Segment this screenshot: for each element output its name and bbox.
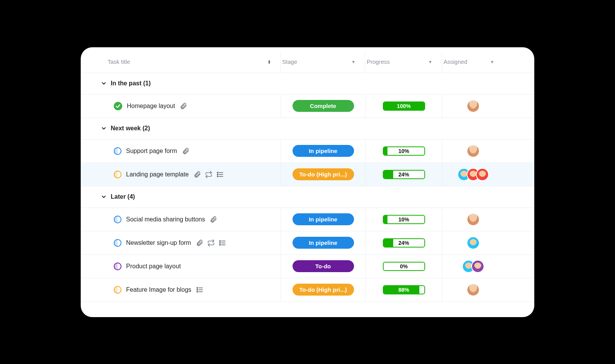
subtasks-icon: [219, 239, 226, 247]
assignee-avatars[interactable]: [467, 145, 480, 158]
column-header-stage[interactable]: Stage ▼: [281, 51, 365, 73]
avatar[interactable]: [471, 260, 484, 273]
group-header[interactable]: Later (4): [81, 186, 534, 208]
avatar[interactable]: [467, 100, 480, 113]
task-title: Newsletter sign-up form: [126, 239, 191, 246]
task-meta-icons: [196, 286, 204, 294]
caret-down-icon: ▼: [351, 60, 356, 64]
avatar[interactable]: [476, 168, 489, 181]
task-meta-icons: [209, 216, 217, 223]
progress-value: 88%: [384, 286, 424, 294]
task-title: Social media sharing buttons: [126, 216, 205, 223]
task-row[interactable]: Product page layoutTo-do0%: [81, 255, 534, 278]
task-table-card: Task title ▲▼ Stage ▼ Progress ▼ Assigne…: [81, 47, 534, 317]
avatar[interactable]: [467, 145, 480, 158]
attachment-icon: [182, 147, 189, 155]
attachment-icon: [209, 216, 217, 223]
group-header[interactable]: In the past (1): [81, 73, 534, 95]
recurring-icon: [205, 171, 213, 178]
task-row[interactable]: Homepage layoutComplete100%: [81, 95, 534, 118]
caret-down-icon: ▼: [428, 60, 432, 64]
task-title: Support page form: [126, 148, 177, 155]
assignee-avatars[interactable]: [467, 283, 480, 296]
column-header-title[interactable]: Task title ▲▼: [96, 51, 281, 73]
status-complete-icon: [114, 102, 122, 110]
column-header-label: Assigned: [442, 58, 467, 65]
assignee-avatars[interactable]: [467, 236, 480, 249]
progress-value: 10%: [384, 216, 424, 223]
assignee-avatars[interactable]: [462, 260, 484, 273]
task-row[interactable]: Support page formIn pipeline10%: [81, 140, 534, 163]
attachment-icon: [180, 102, 187, 110]
svg-point-16: [197, 289, 198, 290]
stage-pill[interactable]: In pipeline: [293, 145, 354, 157]
subtasks-icon: [196, 286, 204, 294]
caret-down-icon: ▼: [490, 60, 494, 64]
avatar[interactable]: [467, 236, 480, 249]
group-header[interactable]: Next week (2): [81, 118, 534, 140]
svg-point-9: [219, 240, 221, 241]
stage-pill[interactable]: In pipeline: [293, 213, 354, 225]
column-header-progress[interactable]: Progress ▼: [365, 51, 442, 73]
stage-pill[interactable]: To-do: [293, 260, 354, 272]
attachment-icon: [193, 171, 201, 178]
task-title: Landing page template: [126, 171, 189, 178]
stage-pill[interactable]: To-do (High pri...): [293, 168, 354, 180]
group-label: Later (4): [111, 193, 135, 200]
task-row[interactable]: Feature Image for blogsTo-do (High pri..…: [81, 278, 534, 302]
chevron-down-icon: [101, 80, 107, 86]
progress-bar[interactable]: 24%: [383, 238, 425, 248]
status-circle-icon: [114, 239, 121, 247]
subtasks-icon: [216, 171, 224, 178]
svg-point-5: [217, 176, 218, 177]
svg-point-11: [219, 244, 221, 245]
task-meta-icons: [196, 239, 226, 247]
stage-pill[interactable]: In pipeline: [293, 237, 354, 249]
svg-point-4: [217, 174, 218, 175]
attachment-icon: [196, 239, 203, 247]
assignee-avatars[interactable]: [457, 168, 489, 181]
column-header-label: Progress: [365, 58, 390, 65]
progress-bar[interactable]: 100%: [383, 101, 425, 111]
status-circle-icon: [114, 216, 121, 223]
status-circle-icon: [114, 171, 121, 178]
progress-bar[interactable]: 0%: [383, 262, 425, 271]
task-row[interactable]: Landing page templateTo-do (High pri...)…: [81, 163, 534, 186]
progress-bar[interactable]: 10%: [383, 146, 425, 156]
progress-value: 10%: [384, 147, 424, 155]
svg-point-3: [217, 172, 218, 173]
task-meta-icons: [182, 147, 189, 155]
avatar[interactable]: [467, 283, 480, 296]
column-header-assigned[interactable]: Assigned ▼: [442, 51, 504, 73]
status-circle-icon: [114, 147, 121, 155]
stage-pill[interactable]: To-do (High pri...): [293, 284, 354, 296]
column-header-label: Task title: [96, 58, 130, 65]
avatar[interactable]: [467, 213, 480, 226]
task-row[interactable]: Newsletter sign-up formIn pipeline24%: [81, 231, 534, 255]
recurring-icon: [207, 239, 215, 247]
group-label: Next week (2): [111, 125, 150, 132]
progress-value: 24%: [384, 171, 424, 178]
assignee-avatars[interactable]: [467, 100, 480, 113]
svg-point-15: [197, 287, 198, 288]
status-circle-icon: [114, 286, 121, 294]
chevron-down-icon: [101, 125, 107, 131]
svg-point-10: [219, 242, 221, 243]
column-header-label: Stage: [281, 58, 297, 65]
stage-pill[interactable]: Complete: [293, 100, 354, 112]
task-meta-icons: [180, 102, 187, 110]
task-title: Product page layout: [126, 263, 181, 270]
progress-value: 100%: [384, 102, 424, 110]
assignee-avatars[interactable]: [467, 213, 480, 226]
chevron-down-icon: [101, 194, 107, 200]
table-header-row: Task title ▲▼ Stage ▼ Progress ▼ Assigne…: [81, 51, 534, 73]
progress-bar[interactable]: 88%: [383, 285, 425, 294]
task-row[interactable]: Social media sharing buttonsIn pipeline1…: [81, 208, 534, 231]
task-title: Homepage layout: [127, 103, 175, 110]
sort-icon: ▲▼: [268, 60, 271, 64]
task-title: Feature Image for blogs: [126, 286, 191, 293]
progress-bar[interactable]: 24%: [383, 170, 425, 179]
progress-bar[interactable]: 10%: [383, 215, 425, 224]
progress-value: 0%: [384, 263, 424, 270]
task-meta-icons: [193, 171, 224, 178]
